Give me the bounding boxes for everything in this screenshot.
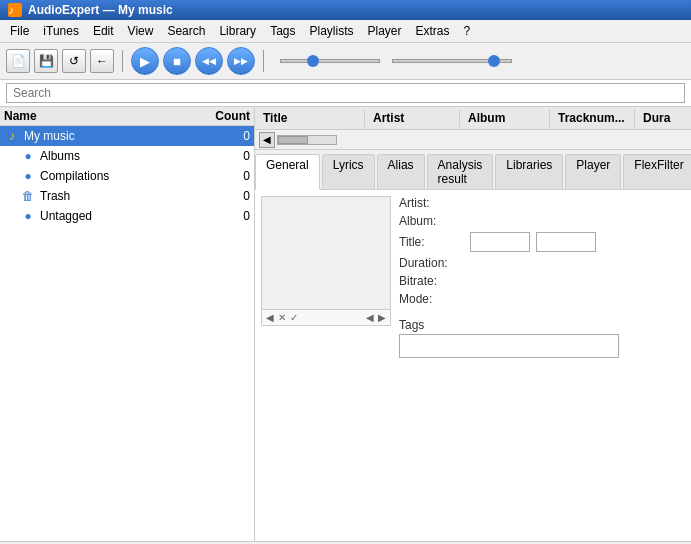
main-layout: Name Count ♪ My music 0 ● Albums 0 ● Com… xyxy=(0,107,691,541)
play-button[interactable]: ▶ xyxy=(131,47,159,75)
col-title[interactable]: Title xyxy=(255,109,365,127)
tree-label-albums: Albums xyxy=(40,149,210,163)
menu-itunes[interactable]: iTunes xyxy=(37,22,85,40)
app-icon: ♪ xyxy=(8,3,22,17)
right-panel: Title Artist Album Tracknum... Dura ◀ Ge… xyxy=(255,107,691,541)
stop-button[interactable]: ■ xyxy=(163,47,191,75)
album-art-image xyxy=(262,197,390,309)
window-title: AudioExpert — My music xyxy=(28,3,173,17)
back-button[interactable]: ← xyxy=(90,49,114,73)
col-artist[interactable]: Artist xyxy=(365,109,460,127)
tree-item-albums[interactable]: ● Albums 0 xyxy=(0,146,254,166)
volume-slider-container xyxy=(280,59,380,63)
col-tracknum[interactable]: Tracknum... xyxy=(550,109,635,127)
bitrate-label: Bitrate: xyxy=(399,274,464,288)
separator-2 xyxy=(263,50,264,72)
col-album[interactable]: Album xyxy=(460,109,550,127)
tree-item-compilations[interactable]: ● Compilations 0 xyxy=(0,166,254,186)
tree-item-trash[interactable]: 🗑 Trash 0 xyxy=(0,186,254,206)
menu-playlists[interactable]: Playlists xyxy=(303,22,359,40)
trash-icon: 🗑 xyxy=(20,188,36,204)
untagged-icon: ● xyxy=(20,208,36,224)
menu-library[interactable]: Library xyxy=(213,22,262,40)
separator-1 xyxy=(122,50,123,72)
tree-col-name-header: Name xyxy=(4,109,200,123)
scroll-thumb[interactable] xyxy=(278,136,308,144)
h-scrollbar-area: ◀ xyxy=(255,130,691,150)
search-input[interactable] xyxy=(6,83,685,103)
duration-row: Duration: xyxy=(399,256,691,270)
title-bar: ♪ AudioExpert — My music xyxy=(0,0,691,20)
tree-label-compilations: Compilations xyxy=(40,169,210,183)
position-slider[interactable] xyxy=(392,59,512,63)
refresh-button[interactable]: ↺ xyxy=(62,49,86,73)
prev-button[interactable]: ◀◀ xyxy=(195,47,223,75)
album-art-toolbar: ◀ ✕ ✓ ◀ ▶ xyxy=(262,309,390,325)
col-duration[interactable]: Dura xyxy=(635,109,691,127)
art-prev2-btn[interactable]: ◀ xyxy=(366,312,374,323)
artist-label: Artist: xyxy=(399,196,464,210)
album-label: Album: xyxy=(399,214,464,228)
position-slider-container xyxy=(392,59,512,63)
album-art: ◀ ✕ ✓ ◀ ▶ xyxy=(261,196,391,326)
scroll-left-arrow[interactable]: ◀ xyxy=(259,132,275,148)
art-delete-btn[interactable]: ✕ xyxy=(278,312,286,323)
new-button[interactable]: 📄 xyxy=(6,49,30,73)
menu-file[interactable]: File xyxy=(4,22,35,40)
detail-content: ◀ ✕ ✓ ◀ ▶ Artist: Album: xyxy=(255,190,691,541)
title-input-1[interactable] xyxy=(470,232,530,252)
tree-item-untagged[interactable]: ● Untagged 0 xyxy=(0,206,254,226)
form-fields: Artist: Album: Title: Duration: Bitrat xyxy=(399,196,691,535)
toolbar: 📄 💾 ↺ ← ▶ ■ ◀◀ ▶▶ xyxy=(0,43,691,80)
tab-general[interactable]: General xyxy=(255,154,320,190)
tags-input[interactable] xyxy=(399,334,619,358)
mode-label: Mode: xyxy=(399,292,464,306)
tree-body: ♪ My music 0 ● Albums 0 ● Compilations 0 xyxy=(0,126,254,541)
next-button[interactable]: ▶▶ xyxy=(227,47,255,75)
save-button[interactable]: 💾 xyxy=(34,49,58,73)
menu-search[interactable]: Search xyxy=(161,22,211,40)
tree-header: Name Count xyxy=(0,107,254,126)
tab-libraries[interactable]: Libraries xyxy=(495,154,563,189)
duration-label: Duration: xyxy=(399,256,464,270)
tab-alias[interactable]: Alias xyxy=(377,154,425,189)
tree-item-my-music[interactable]: ♪ My music 0 xyxy=(0,126,254,146)
menu-help[interactable]: ? xyxy=(458,22,477,40)
music-icon: ♪ xyxy=(4,128,20,144)
left-panel: Name Count ♪ My music 0 ● Albums 0 ● Com… xyxy=(0,107,255,541)
menu-view[interactable]: View xyxy=(122,22,160,40)
tab-flexfilter[interactable]: FlexFilter xyxy=(623,154,691,189)
album-icon: ● xyxy=(20,148,36,164)
tree-count-albums: 0 xyxy=(210,149,250,163)
volume-slider[interactable] xyxy=(280,59,380,63)
tree-label-untagged: Untagged xyxy=(40,209,210,223)
tab-player[interactable]: Player xyxy=(565,154,621,189)
tree-label-my-music: My music xyxy=(24,129,210,143)
tab-lyrics[interactable]: Lyrics xyxy=(322,154,375,189)
menu-bar: File iTunes Edit View Search Library Tag… xyxy=(0,20,691,43)
track-list-header: Title Artist Album Tracknum... Dura xyxy=(255,107,691,130)
title-input-2[interactable] xyxy=(536,232,596,252)
artist-row: Artist: xyxy=(399,196,691,210)
menu-tags[interactable]: Tags xyxy=(264,22,301,40)
album-row: Album: xyxy=(399,214,691,228)
bitrate-row: Bitrate: xyxy=(399,274,691,288)
scroll-track[interactable] xyxy=(277,135,337,145)
tree-count-trash: 0 xyxy=(210,189,250,203)
art-check-btn[interactable]: ✓ xyxy=(290,312,298,323)
tree-count-my-music: 0 xyxy=(210,129,250,143)
art-prev-btn[interactable]: ◀ xyxy=(266,312,274,323)
tree-count-compilations: 0 xyxy=(210,169,250,183)
menu-edit[interactable]: Edit xyxy=(87,22,120,40)
menu-player[interactable]: Player xyxy=(362,22,408,40)
title-row: Title: xyxy=(399,232,691,252)
search-bar-container xyxy=(0,80,691,107)
tree-label-trash: Trash xyxy=(40,189,210,203)
detail-panel: General Lyrics Alias Analysis result Lib… xyxy=(255,150,691,541)
tags-label: Tags xyxy=(399,318,691,332)
art-next-btn[interactable]: ▶ xyxy=(378,312,386,323)
title-label: Title: xyxy=(399,235,464,249)
h-scrollbar[interactable]: ◀ xyxy=(259,132,337,148)
tab-analysis[interactable]: Analysis result xyxy=(427,154,494,189)
menu-extras[interactable]: Extras xyxy=(410,22,456,40)
